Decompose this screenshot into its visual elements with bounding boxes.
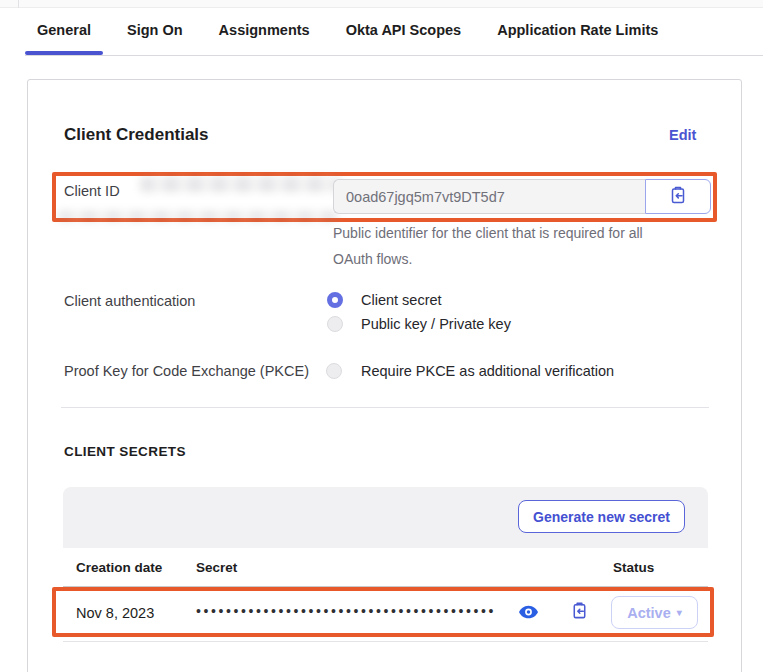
reveal-secret-button[interactable] (518, 604, 538, 622)
active-tab-underline (25, 51, 103, 55)
radio-client-secret[interactable] (327, 292, 343, 308)
client-credentials-card: Client Credentials Edit Client ID Public… (27, 79, 742, 672)
client-secrets-title: CLIENT SECRETS (64, 444, 186, 459)
table-row-divider (63, 641, 708, 642)
tab-general[interactable]: General (37, 22, 91, 38)
copy-client-id-button[interactable] (645, 179, 711, 214)
top-chrome-notch (18, 0, 19, 8)
header-status: Status (613, 560, 654, 575)
redaction-smudge (58, 211, 338, 221)
tab-bar-divider (25, 55, 763, 56)
copy-secret-button[interactable] (568, 601, 590, 623)
secret-status-dropdown[interactable]: Active ▾ (611, 596, 698, 629)
client-id-label: Client ID (64, 183, 120, 199)
header-creation-date: Creation date (76, 560, 162, 575)
redaction-smudge (140, 177, 340, 192)
tab-application-rate-limits[interactable]: Application Rate Limits (497, 22, 658, 38)
secret-masked-value: •••••••••••••••••••••••••••••••••••••••• (196, 603, 496, 619)
top-chrome-band (0, 0, 763, 8)
tab-sign-on[interactable]: Sign On (127, 22, 183, 38)
pkce-option-label: Require PKCE as additional verification (361, 363, 614, 379)
clipboard-copy-icon (570, 601, 589, 623)
header-secret: Secret (196, 560, 237, 575)
client-authentication-label: Client authentication (64, 293, 195, 309)
generate-new-secret-button[interactable]: Generate new secret (518, 500, 685, 533)
radio-public-private-key-label: Public key / Private key (361, 316, 511, 332)
edit-link[interactable]: Edit (669, 127, 696, 143)
pkce-checkbox[interactable] (326, 363, 342, 379)
pkce-label: Proof Key for Code Exchange (PKCE) (64, 363, 309, 379)
clipboard-copy-icon (668, 185, 688, 208)
radio-client-secret-label: Client secret (361, 292, 442, 308)
client-id-input[interactable] (333, 179, 645, 214)
radio-public-private-key[interactable] (327, 316, 343, 332)
secret-creation-date: Nov 8, 2023 (76, 605, 154, 621)
tab-okta-api-scopes[interactable]: Okta API Scopes (346, 22, 462, 38)
app-tab-bar: General Sign On Assignments Okta API Sco… (37, 22, 658, 38)
section-title: Client Credentials (64, 125, 209, 145)
eye-icon (519, 605, 538, 622)
status-label: Active (627, 605, 671, 621)
chevron-down-icon: ▾ (677, 607, 682, 618)
tab-assignments[interactable]: Assignments (219, 22, 310, 38)
section-divider (61, 407, 709, 408)
client-id-help-text: Public identifier for the client that is… (333, 220, 643, 272)
